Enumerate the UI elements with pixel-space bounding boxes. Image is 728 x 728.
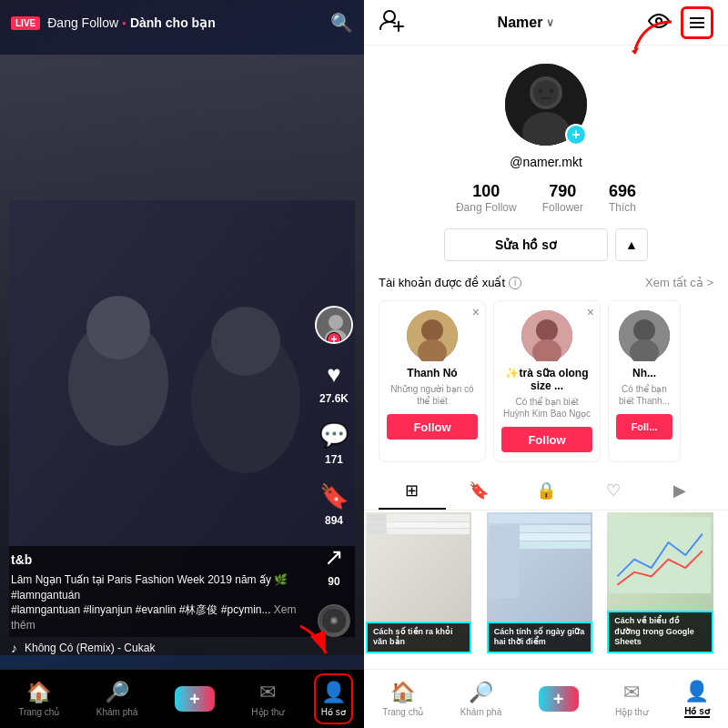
bookmark-count: 894 [325, 514, 343, 527]
close-card-2[interactable]: × [587, 305, 594, 319]
close-card-1[interactable]: × [472, 305, 480, 319]
nav-inbox-left[interactable]: ✉ Hộp thư [251, 681, 284, 717]
info-label: i [514, 278, 516, 288]
bookmark-action[interactable]: 🔖 894 [319, 482, 349, 527]
nav-profile-left[interactable]: 👤 Hồ sơ [321, 681, 346, 717]
video-description: Lâm Ngạn Tuấn tại Paris Fashion Week 201… [11, 572, 300, 633]
follow-label-2: Follow [528, 433, 565, 447]
share-count: 90 [328, 575, 339, 588]
comment-action[interactable]: 💬 171 [319, 421, 349, 466]
svg-point-23 [539, 89, 542, 93]
content-tabs: ⊞ 🔖 🔒 ♡ ▶ [364, 473, 728, 511]
nav-explore-left[interactable]: 🔎 Khám phá [96, 681, 138, 717]
nav-plus-right[interactable]: + [539, 686, 579, 712]
header-username: Namer [498, 15, 543, 31]
profile-section: + @namer.mkt 100 Đang Follow 790 Followe… [364, 46, 728, 276]
svg-point-29 [536, 319, 558, 341]
music-info: ♪ Không Có (Remix) - Cukak [11, 641, 300, 655]
account-card-1: × Thanh Nó Những người bạn có thể biết F… [379, 300, 486, 462]
tab-heart[interactable]: ♡ [580, 473, 647, 510]
follow-plus-icon[interactable]: + [327, 332, 341, 344]
grid-item-3[interactable]: Cách về biểu đồ đường trong Google Sheet… [607, 512, 713, 653]
grid-item-2[interactable]: Cách tính số ngày giữa hai thời điểm [487, 512, 592, 653]
nav-profile-right[interactable]: 👤 Hồ sơ [684, 680, 710, 718]
follow-button-1[interactable]: Follow [387, 414, 478, 440]
share-button[interactable]: ▲ [615, 228, 648, 261]
tab-bookmark[interactable]: 🔖 [446, 473, 513, 510]
info-icon[interactable]: i [509, 277, 521, 289]
comment-icon: 💬 [319, 421, 349, 450]
bookmark-tab-icon: 🔖 [469, 480, 489, 500]
profile-plus-icon[interactable]: + [565, 124, 587, 146]
page-title: Dành cho bạn [130, 15, 216, 30]
menu-icon-box[interactable] [681, 6, 713, 39]
video-info: t&b Lâm Ngạn Tuấn tại Paris Fashion Week… [11, 552, 300, 655]
see-more-link[interactable]: Xem thêm [11, 603, 297, 632]
grid-text-3: Cách về biểu đồ đường trong Google Sheet… [614, 616, 694, 646]
comment-count: 171 [325, 453, 343, 466]
tab-video[interactable]: ▶ [646, 473, 713, 510]
creator-avatar[interactable]: + [315, 306, 353, 344]
nav-inbox-right[interactable]: ✉ Hộp thư [615, 681, 648, 717]
nav-home-left[interactable]: 🏠 Trang chủ [18, 681, 59, 717]
grid-label-2: Cách tính số ngày giữa hai thời điểm [487, 622, 592, 653]
profile-icon: 👤 [321, 681, 346, 704]
followers-count: 790 [549, 182, 576, 201]
nav-plus-left[interactable]: + [175, 686, 215, 712]
search-icon[interactable]: 🔍 [330, 12, 353, 34]
account-desc-1: Những người bạn có thể biết [387, 383, 478, 407]
profile-avatar: + [505, 64, 587, 146]
grid-label-3: Cách về biểu đồ đường trong Google Sheet… [607, 611, 713, 653]
nav-home-label: Trang chủ [18, 707, 59, 717]
video-tab-icon: ▶ [673, 480, 686, 500]
heart-icon: ♥ [327, 360, 340, 389]
grid-item-1[interactable]: Cách số tiền ra khỏi văn bản [366, 512, 471, 653]
following-text: Đang Follow [47, 15, 118, 30]
top-bar-left: LIVE Đang Follow ● Dành cho bạn 🔍 [0, 0, 364, 46]
account-card-3: Nh... Có thể bạn biết Thanh... Foll... [608, 300, 681, 462]
edit-profile-button[interactable]: Sửa hồ sơ [444, 228, 608, 261]
svg-point-2 [86, 296, 150, 359]
share-action[interactable]: ↗ 90 [324, 543, 344, 588]
follow-label-3: Foll... [632, 421, 658, 432]
account-name-2: ✨trà sữa olong size ... [501, 367, 592, 392]
nav-home-right-label: Trang chủ [382, 707, 423, 717]
nav-profile-label: Hồ sơ [321, 707, 346, 717]
plus-create-icon[interactable]: + [175, 686, 215, 712]
nav-home-right[interactable]: 🏠 Trang chủ [382, 681, 423, 717]
suggested-section: Tài khoản được đề xuất i Xem tất cả > × [364, 276, 728, 473]
video-username: t&b [11, 552, 300, 567]
left-panel: LIVE Đang Follow ● Dành cho bạn 🔍 + ♥ 27… [0, 0, 364, 728]
tab-grid[interactable]: ⊞ [379, 473, 446, 510]
svg-point-26 [421, 319, 443, 341]
edit-profile-label: Sửa hồ sơ [495, 238, 557, 252]
avatar-container: + [315, 306, 353, 344]
account-avatar-1 [407, 310, 458, 361]
follow-button-2[interactable]: Follow [501, 427, 592, 452]
plus-create-right-icon[interactable]: + [539, 686, 579, 712]
follow-button-3[interactable]: Foll... [616, 414, 672, 440]
share-icon: ▲ [625, 238, 638, 252]
suggested-header: Tài khoản được đề xuất i Xem tất cả > [379, 276, 713, 289]
account-name-1: Thanh Nó [407, 367, 457, 379]
bookmark-icon: 🔖 [319, 482, 349, 511]
profile-handle: @namer.mkt [510, 155, 582, 169]
svg-point-13 [384, 11, 395, 22]
nav-inbox-right-label: Hộp thư [615, 707, 648, 717]
svg-point-4 [211, 307, 280, 376]
add-user-icon[interactable] [379, 7, 404, 38]
grid-text-1: Cách số tiền ra khỏi văn bản [373, 627, 453, 647]
nav-explore-right[interactable]: 🔎 Khám phá [460, 681, 502, 717]
tab-lock[interactable]: 🔒 [512, 473, 580, 510]
username-dropdown[interactable]: Namer ∨ [498, 15, 555, 31]
suggested-title: Tài khoản được đề xuất i [379, 276, 521, 289]
svg-point-7 [329, 315, 343, 329]
account-avatar-3 [619, 310, 670, 361]
profile-actions: Sửa hồ sơ ▲ [379, 228, 713, 261]
stat-followers: 790 Follower [542, 182, 583, 214]
bottom-nav-left: 🏠 Trang chủ 🔎 Khám phá + ✉ Hộp thư 👤 Hồ … [0, 669, 364, 728]
see-all-link[interactable]: Xem tất cả > [645, 276, 713, 289]
following-label: Đang Follow [456, 201, 517, 214]
like-action[interactable]: ♥ 27.6K [319, 360, 349, 405]
top-bar-title: Đang Follow ● Dành cho bạn [47, 15, 215, 30]
